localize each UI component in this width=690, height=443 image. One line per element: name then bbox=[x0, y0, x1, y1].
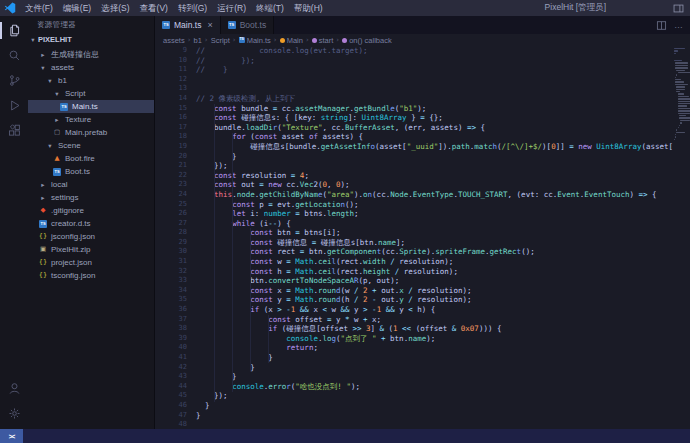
code-line[interactable]: 10// }); bbox=[155, 56, 673, 66]
tree-item[interactable]: ▸Texture bbox=[28, 113, 154, 126]
code-text[interactable] bbox=[187, 75, 201, 85]
extensions-icon[interactable] bbox=[0, 118, 28, 143]
tab-boot-ts[interactable]: TSBoot.ts bbox=[221, 16, 274, 34]
line-number[interactable]: 32 bbox=[155, 267, 187, 277]
line-number[interactable]: 14 bbox=[155, 94, 187, 104]
breadcrumb-item[interactable]: assets bbox=[163, 36, 185, 45]
line-number[interactable]: 35 bbox=[155, 295, 187, 305]
line-number[interactable]: 22 bbox=[155, 171, 187, 181]
breadcrumb-item[interactable]: TSMain.ts bbox=[239, 36, 271, 45]
line-number[interactable]: 20 bbox=[155, 152, 187, 162]
line-number[interactable]: 24 bbox=[155, 190, 187, 200]
tree-item[interactable]: ▸settings bbox=[28, 191, 154, 204]
menu-edit[interactable]: 编辑(E) bbox=[58, 0, 96, 16]
tree-item[interactable]: ▾Scene bbox=[28, 139, 154, 152]
line-number[interactable]: 12 bbox=[155, 75, 187, 85]
code-line[interactable]: 11// } bbox=[155, 65, 673, 75]
code-text[interactable]: }); bbox=[187, 161, 228, 171]
code-text[interactable]: } bbox=[187, 401, 210, 411]
code-text[interactable]: // } bbox=[187, 65, 228, 75]
code-text[interactable]: } bbox=[187, 353, 273, 363]
code-text[interactable]: if (x > -1 && x < w && y > -1 && y < h) … bbox=[187, 305, 435, 315]
line-number[interactable]: 42 bbox=[155, 363, 187, 373]
code-text[interactable]: } bbox=[187, 372, 237, 382]
code-line[interactable]: 46 } bbox=[155, 401, 673, 411]
code-line[interactable]: 13 bbox=[155, 84, 673, 94]
layout-toggle-icon[interactable] bbox=[670, 3, 686, 14]
code-text[interactable]: console.error("啥也没点到! "); bbox=[187, 382, 360, 392]
menu-selection[interactable]: 选择(S) bbox=[96, 0, 134, 16]
tree-item[interactable]: ◆.gitignore bbox=[28, 204, 154, 217]
account-icon[interactable] bbox=[0, 376, 28, 401]
tree-item[interactable]: ▸local bbox=[28, 178, 154, 191]
code-text[interactable]: }); bbox=[187, 391, 228, 401]
line-number[interactable]: 31 bbox=[155, 257, 187, 267]
line-number[interactable]: 13 bbox=[155, 84, 187, 94]
line-number[interactable]: 27 bbox=[155, 219, 187, 229]
code-text[interactable]: btn.convertToNodeSpaceAR(p, out); bbox=[187, 276, 399, 286]
code-text[interactable]: const rect = btn.getComponent(cc.Sprite)… bbox=[187, 247, 535, 257]
tree-item[interactable]: ▾Script bbox=[28, 87, 154, 100]
line-number[interactable]: 9 bbox=[155, 46, 187, 56]
code-line[interactable]: 47} bbox=[155, 411, 673, 421]
line-number[interactable]: 37 bbox=[155, 315, 187, 325]
line-number[interactable]: 33 bbox=[155, 276, 187, 286]
code-text[interactable]: while (i--) { bbox=[187, 219, 291, 229]
menu-run[interactable]: 运行(R) bbox=[212, 0, 251, 16]
tree-item[interactable]: ▣PixelHit.zip bbox=[28, 243, 154, 256]
line-number[interactable]: 48 bbox=[155, 420, 187, 429]
code-text[interactable]: } bbox=[187, 411, 201, 421]
breadcrumb-item[interactable]: start bbox=[312, 36, 334, 45]
breadcrumb-item[interactable]: b1 bbox=[194, 36, 202, 45]
tree-item[interactable]: {}tsconfig.json bbox=[28, 269, 154, 282]
line-number[interactable]: 17 bbox=[155, 123, 187, 133]
code-text[interactable]: const h = Math.ceil(rect.height / resolu… bbox=[187, 267, 458, 277]
line-number[interactable]: 16 bbox=[155, 113, 187, 123]
line-number[interactable]: 25 bbox=[155, 200, 187, 210]
close-icon[interactable]: × bbox=[207, 20, 212, 30]
code-text[interactable]: const p = evt.getLocation(); bbox=[187, 200, 359, 210]
tree-item[interactable]: ▢Main.prefab bbox=[28, 126, 154, 139]
code-area[interactable]: 9// console.log(evt.target);10// });11//… bbox=[155, 46, 673, 429]
line-number[interactable]: 41 bbox=[155, 353, 187, 363]
code-text[interactable]: const w = Math.ceil(rect.width / resolut… bbox=[187, 257, 453, 267]
menu-view[interactable]: 查看(V) bbox=[135, 0, 173, 16]
more-actions-icon[interactable]: … bbox=[674, 20, 683, 30]
code-text[interactable]: // }); bbox=[187, 56, 255, 66]
line-number[interactable]: 36 bbox=[155, 305, 187, 315]
line-number[interactable]: 46 bbox=[155, 401, 187, 411]
code-line[interactable]: 17 bundle.loadDir("Texture", cc.BufferAs… bbox=[155, 123, 673, 133]
code-text[interactable]: const 碰撞信息s: { [key: string]: Uint8Array… bbox=[187, 113, 443, 123]
line-number[interactable]: 34 bbox=[155, 286, 187, 296]
menu-go[interactable]: 转到(G) bbox=[173, 0, 212, 16]
code-text[interactable]: const btn = btns[i]; bbox=[187, 228, 341, 238]
breadcrumb-item[interactable]: Script bbox=[211, 36, 230, 45]
code-text[interactable]: const x = Math.round(w / 2 + out.x / res… bbox=[187, 286, 471, 296]
code-line[interactable]: 14// 2 像素级检测, 从上到下 bbox=[155, 94, 673, 104]
menu-help[interactable]: 帮助(H) bbox=[289, 0, 328, 16]
line-number[interactable]: 28 bbox=[155, 228, 187, 238]
code-text[interactable]: // console.log(evt.target); bbox=[187, 46, 368, 56]
line-number[interactable]: 44 bbox=[155, 382, 187, 392]
line-number[interactable]: 43 bbox=[155, 372, 187, 382]
tree-item[interactable]: ▾assets bbox=[28, 61, 154, 74]
tree-item[interactable]: TScreator.d.ts bbox=[28, 217, 154, 230]
code-line[interactable]: 45 }); bbox=[155, 391, 673, 401]
line-number[interactable]: 11 bbox=[155, 65, 187, 75]
explorer-section-header[interactable]: ▾ PIXELHIT bbox=[28, 33, 154, 46]
code-text[interactable]: } bbox=[187, 152, 237, 162]
code-text[interactable]: 碰撞信息s[bundle.getAssetInfo(asset["_uuid"]… bbox=[187, 142, 673, 152]
code-text[interactable]: const resolution = 4; bbox=[187, 171, 309, 181]
code-line[interactable]: 16 const 碰撞信息s: { [key: string]: Uint8Ar… bbox=[155, 113, 673, 123]
split-editor-icon[interactable] bbox=[656, 20, 667, 31]
tree-item[interactable]: ▾b1 bbox=[28, 74, 154, 87]
tree-item[interactable]: TSBoot.ts bbox=[28, 165, 154, 178]
code-text[interactable] bbox=[187, 84, 201, 94]
code-text[interactable]: bundle.loadDir("Texture", cc.BufferAsset… bbox=[187, 123, 485, 133]
line-number[interactable]: 47 bbox=[155, 411, 187, 421]
line-number[interactable]: 40 bbox=[155, 343, 187, 353]
line-number[interactable]: 38 bbox=[155, 324, 187, 334]
line-number[interactable]: 29 bbox=[155, 238, 187, 248]
explorer-icon[interactable] bbox=[0, 18, 28, 43]
tab-main-ts[interactable]: TSMain.ts× bbox=[155, 16, 221, 34]
